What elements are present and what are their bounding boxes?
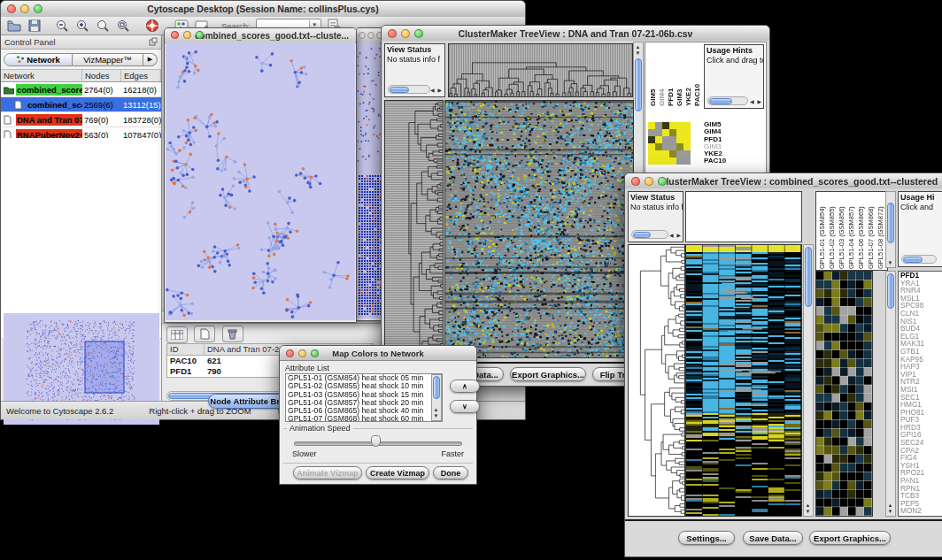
- tv2-titlebar[interactable]: ClusterMaker TreeView : combined_scores_…: [625, 173, 942, 189]
- tv2-labels-vscrollbar[interactable]: ▼: [885, 191, 896, 268]
- scroll-down-icon[interactable]: ▼: [888, 260, 893, 265]
- network-overview-panel[interactable]: [2, 338, 160, 400]
- matrix-cell[interactable]: [676, 129, 683, 136]
- matrix-cell[interactable]: [655, 122, 662, 129]
- zoom-window-button[interactable]: [196, 31, 204, 39]
- animation-speed-slider-thumb[interactable]: [371, 435, 381, 447]
- matrix-cell[interactable]: [676, 122, 683, 129]
- matrix-cell[interactable]: [648, 136, 655, 143]
- matrix-cell[interactable]: [648, 157, 655, 165]
- zoom-window-button[interactable]: [34, 4, 42, 13]
- matrix-cell[interactable]: [683, 129, 691, 136]
- col-header-nodes[interactable]: Nodes: [82, 70, 121, 81]
- export-graphics-button[interactable]: Export Graphics...: [809, 531, 891, 545]
- view-status-hscrollbar[interactable]: [631, 230, 668, 239]
- close-button[interactable]: [286, 349, 294, 357]
- zoom-window-button[interactable]: [414, 29, 423, 38]
- matrix-cell[interactable]: [662, 150, 669, 157]
- close-button[interactable]: [359, 32, 366, 39]
- minimize-button[interactable]: [401, 29, 410, 38]
- similarity-matrix[interactable]: [648, 122, 691, 165]
- tv1-heatmap[interactable]: [444, 100, 634, 358]
- tv1-titlebar[interactable]: ClusterMaker TreeView : DNA and Tran 07-…: [382, 26, 769, 42]
- zoom-window-button[interactable]: [311, 349, 319, 357]
- matrix-cell[interactable]: [683, 143, 691, 150]
- matrix-cell[interactable]: [662, 157, 669, 165]
- matrix-cell[interactable]: [655, 143, 662, 150]
- attribute-list[interactable]: GPL51-01 (GSM854) heat shock 05 minGPL51…: [285, 373, 443, 422]
- matrix-cell[interactable]: [655, 150, 662, 157]
- network-list-row[interactable]: combined_sco2569(6)13112(15): [1, 97, 161, 112]
- tv2-zoom-heatmap[interactable]: [815, 271, 873, 517]
- matrix-cell[interactable]: [676, 150, 683, 157]
- matrix-cell[interactable]: [662, 136, 669, 143]
- zoom-fit-icon[interactable]: [115, 19, 130, 34]
- matrix-cell[interactable]: [662, 122, 669, 129]
- scroll-down-icon[interactable]: ▼: [636, 50, 641, 56]
- minimize-button[interactable]: [298, 349, 306, 357]
- close-button[interactable]: [171, 31, 179, 39]
- matrix-cell[interactable]: [648, 129, 655, 136]
- tv2-zoom-vscrollbar[interactable]: ▲ ▼: [885, 271, 896, 517]
- minimize-button[interactable]: [645, 177, 653, 186]
- create-vizmap-button[interactable]: Create Vizmap: [366, 466, 429, 479]
- matrix-cell[interactable]: [662, 143, 669, 150]
- scroll-up-icon[interactable]: ▲: [888, 502, 893, 508]
- table-mode-icon[interactable]: [166, 326, 188, 343]
- zoom-selected-icon[interactable]: [95, 19, 110, 34]
- matrix-cell[interactable]: [683, 122, 691, 129]
- tab-overflow-arrow[interactable]: ▶: [143, 53, 158, 66]
- settings-button[interactable]: Settings...: [678, 531, 735, 545]
- matrix-cell[interactable]: [683, 136, 691, 143]
- matrix-cell[interactable]: [676, 157, 683, 165]
- close-button[interactable]: [631, 177, 640, 186]
- move-up-button[interactable]: ∧: [450, 380, 480, 393]
- matrix-cell[interactable]: [662, 129, 669, 136]
- matrix-cell[interactable]: [669, 122, 676, 129]
- tab-network[interactable]: Network: [4, 53, 73, 66]
- network-graph-canvas[interactable]: [166, 42, 355, 320]
- tab-vizmapper[interactable]: VizMapper™: [73, 53, 143, 66]
- scroll-up-icon[interactable]: ▲: [806, 502, 811, 508]
- help-lifering-icon[interactable]: [144, 19, 159, 34]
- tv1-row-dendrogram[interactable]: [384, 100, 444, 358]
- tv1-column-dendrogram[interactable]: [448, 43, 633, 97]
- col-header-id[interactable]: ID: [167, 344, 205, 355]
- open-file-icon[interactable]: [6, 19, 21, 34]
- attribute-item[interactable]: GPL51-07 (GSM868) heat shock 60 min: [286, 415, 442, 422]
- minimize-button[interactable]: [20, 4, 29, 13]
- done-button[interactable]: Done: [433, 466, 468, 479]
- gene-label[interactable]: MON2: [900, 507, 942, 515]
- matrix-cell[interactable]: [669, 157, 676, 165]
- network-view-window[interactable]: combined_scores_good.txt--cluste...: [164, 27, 357, 323]
- tv2-heatmap[interactable]: [685, 244, 802, 517]
- scroll-arrows-icon[interactable]: ◀ ▶: [669, 232, 682, 238]
- matrix-cell[interactable]: [648, 150, 655, 157]
- tv2-row-dendrogram[interactable]: [628, 244, 685, 517]
- main-titlebar[interactable]: Cytoscape Desktop (Session Name: collins…: [1, 1, 525, 18]
- animate-vizmap-button[interactable]: Animate Vizmap: [293, 466, 362, 479]
- save-icon[interactable]: [27, 19, 42, 34]
- minimize-button[interactable]: [183, 31, 191, 39]
- usage-hints-hscrollbar[interactable]: [901, 255, 937, 264]
- close-button[interactable]: [388, 29, 397, 38]
- matrix-cell[interactable]: [683, 150, 691, 157]
- matrix-cell[interactable]: [683, 157, 691, 165]
- scroll-down-icon[interactable]: ▼: [888, 509, 893, 514]
- matrix-cell[interactable]: [655, 157, 662, 165]
- matrix-cell[interactable]: [669, 150, 676, 157]
- scroll-up-icon[interactable]: ▲: [434, 407, 439, 412]
- float-panel-icon[interactable]: [149, 37, 158, 48]
- attribute-list-vscrollbar[interactable]: ▲ ▼: [431, 374, 442, 421]
- tv2-heatmap-vscrollbar[interactable]: ▲ ▼: [803, 244, 814, 517]
- col-header-network[interactable]: Network: [1, 70, 82, 81]
- scroll-down-icon[interactable]: ▼: [806, 509, 811, 514]
- minimize-button[interactable]: [367, 32, 374, 39]
- scroll-up-icon[interactable]: ▲: [636, 44, 641, 50]
- usage-hints-hscrollbar[interactable]: [707, 96, 748, 105]
- move-down-button[interactable]: ∨: [450, 400, 480, 413]
- network-list-row[interactable]: combined_scores2764(0)16218(0): [1, 82, 161, 97]
- matrix-cell[interactable]: [648, 122, 655, 129]
- matrix-cell[interactable]: [669, 136, 676, 143]
- scroll-down-icon[interactable]: ▼: [434, 413, 439, 418]
